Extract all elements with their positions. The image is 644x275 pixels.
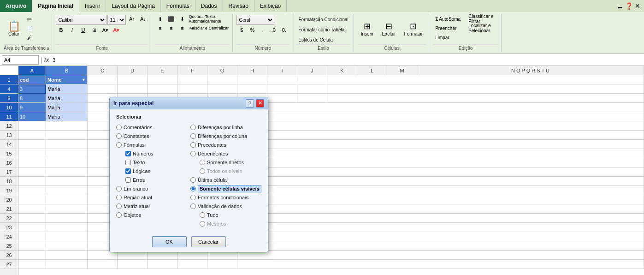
row-num-23[interactable]: 23 <box>0 223 18 232</box>
option-ultima-celula[interactable]: Última célula <box>190 176 262 184</box>
col-header-a[interactable]: A <box>18 66 46 75</box>
option-dependentes[interactable]: Dependentes <box>190 149 262 158</box>
row-num-21[interactable]: 21 <box>0 204 18 214</box>
cell-rest15[interactable] <box>237 149 644 158</box>
cell-rest17[interactable] <box>237 167 644 177</box>
cell-b26[interactable] <box>46 251 88 260</box>
help-icon[interactable]: ❓ <box>625 2 633 10</box>
cell-b16[interactable] <box>46 158 88 167</box>
cell-b18[interactable] <box>46 177 88 186</box>
wrap-text-button[interactable]: Quebrar Texto Automaticamente <box>188 15 230 23</box>
option-comentarios[interactable]: Comentários <box>116 123 183 132</box>
row-num-17[interactable]: 17 <box>0 167 18 177</box>
cell-b14[interactable] <box>46 140 88 149</box>
tab-dados[interactable]: Dados <box>195 0 223 12</box>
align-top-button[interactable]: ⬆ <box>155 15 165 23</box>
cell-b4[interactable]: Maria <box>46 84 88 94</box>
cell-a21[interactable] <box>18 204 46 214</box>
cell-j9[interactable] <box>297 94 327 103</box>
cell-e1[interactable] <box>148 75 177 84</box>
cell-rest10[interactable] <box>267 103 644 112</box>
cell-rest27[interactable] <box>237 260 644 269</box>
dialog-close-button[interactable]: ✕ <box>256 99 264 108</box>
sort-filter-button[interactable]: Classificar e Filtrar <box>466 15 498 23</box>
col-header-e[interactable]: E <box>148 66 177 75</box>
format-as-table-button[interactable]: Formatar como Tabela <box>296 25 347 34</box>
row-num-13[interactable]: 13 <box>0 131 18 140</box>
option-formatos-cond[interactable]: Formatos condicionais <box>190 193 262 202</box>
cell-a16[interactable] <box>18 158 46 167</box>
col-header-g[interactable]: G <box>207 66 237 75</box>
cell-a4[interactable]: 3 <box>18 84 46 94</box>
cell-b10[interactable]: Maria <box>46 103 88 112</box>
goto-special-dialog[interactable]: Ir para especial ? ✕ Selecionar Comentár… <box>109 97 268 252</box>
row-num-27[interactable]: 27 <box>0 260 18 269</box>
row-num-16[interactable]: 16 <box>0 158 18 167</box>
decrease-font-btn[interactable]: A↓ <box>138 15 148 23</box>
decrease-decimal-button[interactable]: 0. <box>279 26 289 34</box>
option-formulas[interactable]: Fórmulas <box>116 141 183 149</box>
cell-b22[interactable] <box>46 214 88 223</box>
cell-a18[interactable] <box>18 177 46 186</box>
align-right-button[interactable]: ≡ <box>177 24 187 32</box>
tab-arquivo[interactable]: Arquivo <box>0 0 32 12</box>
cell-rest1[interactable] <box>327 75 644 84</box>
cell-a13[interactable] <box>18 131 46 140</box>
cell-a19[interactable] <box>18 186 46 195</box>
cell-d4[interactable] <box>118 84 148 94</box>
option-logicas[interactable]: Lógicas <box>125 167 183 175</box>
row-num-26[interactable]: 26 <box>0 251 18 260</box>
row-num-12[interactable]: 12 <box>0 121 18 131</box>
ok-button[interactable]: OK <box>152 236 187 247</box>
row-num-4[interactable]: 4 <box>0 84 18 94</box>
cell-a1[interactable]: cod <box>18 75 46 84</box>
cell-b23[interactable] <box>46 223 88 232</box>
conditional-format-button[interactable]: Formatação Condicional <box>296 15 350 24</box>
cell-a15[interactable] <box>18 149 46 158</box>
row-num-10[interactable]: 10 <box>0 103 18 112</box>
bold-button[interactable]: B <box>56 26 66 34</box>
option-todos-niveis[interactable]: Todos os níveis <box>200 167 262 175</box>
cell-a17[interactable] <box>18 167 46 177</box>
tab-revisao[interactable]: Revisão <box>223 0 254 12</box>
cancel-button[interactable]: Cancelar <box>191 236 226 247</box>
row-num-14[interactable]: 14 <box>0 140 18 149</box>
cell-i1[interactable] <box>267 75 297 84</box>
cell-e4[interactable] <box>148 84 177 94</box>
option-somente-diretos[interactable]: Somente diretos <box>200 158 262 167</box>
cell-b1[interactable]: Nome ▼ <box>46 75 88 84</box>
cell-a14[interactable] <box>18 140 46 149</box>
cell-i4[interactable] <box>267 84 297 94</box>
cell-rest26[interactable] <box>237 251 644 260</box>
close-ribbon-icon[interactable]: ✕ <box>635 2 640 10</box>
percent-button[interactable]: % <box>247 26 257 34</box>
tab-formulas[interactable]: Fórmulas <box>161 0 195 12</box>
cell-b20[interactable] <box>46 195 88 204</box>
row-num-9[interactable]: 9 <box>0 94 18 103</box>
cell-rest12[interactable] <box>237 121 644 131</box>
cell-a20[interactable] <box>18 195 46 204</box>
cell-b17[interactable] <box>46 167 88 177</box>
copy-button[interactable]: 📄 <box>25 24 35 32</box>
cell-b12[interactable] <box>46 121 88 131</box>
font-size-select[interactable]: 11 <box>107 15 126 25</box>
increase-decimal-button[interactable]: .0 <box>268 26 278 34</box>
col-header-b[interactable]: B <box>46 66 88 75</box>
cell-f4[interactable] <box>177 84 207 94</box>
cell-rest22[interactable] <box>237 214 644 223</box>
cell-a10[interactable]: 9 <box>18 103 46 112</box>
clear-button[interactable]: Limpar <box>433 33 465 42</box>
cell-h4[interactable] <box>237 84 267 94</box>
cell-a23[interactable] <box>18 223 46 232</box>
cell-a12[interactable] <box>18 121 46 131</box>
tab-exibicao[interactable]: Exibição <box>254 0 287 12</box>
align-middle-button[interactable]: ⬛ <box>166 15 176 23</box>
row-num-11[interactable]: 11 <box>0 112 18 121</box>
format-button[interactable]: ⊡ Formatar <box>401 15 426 42</box>
col-header-i[interactable]: I <box>267 66 297 75</box>
col-header-f[interactable]: F <box>177 66 207 75</box>
col-header-h[interactable]: H <box>237 66 267 75</box>
col-header-c[interactable]: C <box>88 66 118 75</box>
cell-rest11[interactable] <box>267 112 644 121</box>
minimize-icon[interactable]: 🗕 <box>617 2 623 10</box>
